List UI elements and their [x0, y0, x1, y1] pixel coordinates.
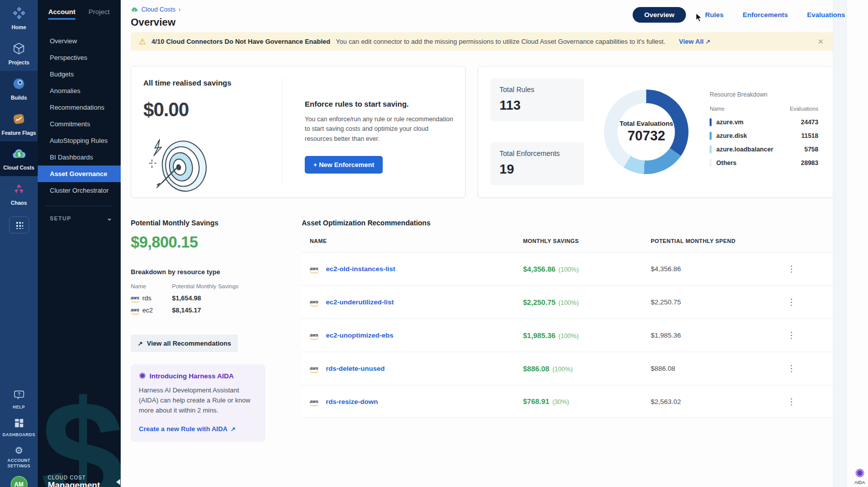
row-menu-button[interactable]: ⋮ [786, 330, 798, 341]
legend-row: azure.vm 24473 [710, 118, 818, 126]
svg-text:?: ? [18, 391, 20, 396]
tab-account[interactable]: Account [48, 8, 75, 20]
tab-overview[interactable]: Overview [633, 7, 686, 23]
recommendation-link[interactable]: rds-resize-down [326, 398, 378, 405]
row-menu-button[interactable]: ⋮ [786, 396, 798, 407]
module-picker-button[interactable] [9, 216, 29, 233]
sidebar-item-recommendations[interactable]: Recommendations [38, 99, 121, 116]
banner-description: You can edit connector to add the missin… [336, 38, 665, 45]
sidebar-item-perspectives[interactable]: Perspectives [38, 49, 121, 66]
governance-warning-banner: ⚠ 4/10 Cloud Connectors Do Not Have Gove… [131, 32, 834, 51]
legend-row: azure.disk 11518 [710, 132, 818, 140]
sidebar-item-bi-dashboards[interactable]: BI Dashboards [38, 149, 121, 166]
rail-module-cloud-costs[interactable]: $ Cloud Costs [0, 141, 38, 176]
total-rules-label: Total Rules [499, 86, 575, 94]
total-enforcements-value: 19 [499, 161, 575, 177]
dashboards-icon [14, 418, 24, 428]
rail-module-home[interactable]: Home [0, 0, 38, 36]
sidebar-item-autostopping-rules[interactable]: AutoStopping Rules [38, 132, 121, 149]
sidebar-item-budgets[interactable]: Budgets [38, 66, 121, 83]
setup-section-toggle[interactable]: SETUP ⌄ [38, 206, 121, 222]
create-rule-with-aida-link[interactable]: Create a new Rule with AIDA ↗ [139, 425, 236, 433]
aida-fab-button[interactable]: ✺ AIDA [854, 467, 865, 485]
chaos-icon [13, 183, 25, 195]
aws-icon: aws [310, 267, 318, 271]
tab-project[interactable]: Project [89, 8, 110, 20]
aida-promo-box: ✺ Introducing Harness AIDA Harness AI De… [131, 364, 266, 442]
realised-savings-card: All time realised savings $0.00 [131, 66, 466, 198]
aws-icon: aws [310, 300, 318, 304]
breakdown-header: Name Potential Monthly Savings [131, 283, 276, 289]
legend-row: azure.loadbalancer 5758 [710, 145, 818, 153]
legend-header: Name Evaluations [710, 106, 818, 112]
table-row: aws ec2-old-instances-list $4,356.86(100… [302, 252, 834, 285]
tab-enforcements[interactable]: Enforcements [743, 11, 788, 19]
external-link-icon: ↗ [706, 38, 711, 45]
sidebar-collapse-handle[interactable] [116, 479, 120, 485]
recommendations-panel: Asset Optimization Recommendations NAME … [302, 219, 834, 442]
aws-icon: aws [310, 399, 318, 404]
legend-chip [710, 145, 712, 153]
scrollbar-track[interactable] [833, 0, 847, 487]
sidebar-footer: CLOUD COST Management [48, 475, 100, 487]
rail-module-chaos[interactable]: Chaos [0, 176, 38, 211]
gear-icon: ⚙ [15, 445, 23, 456]
bottom-row: Potential Monthly Savings $9,800.15 Brea… [131, 219, 834, 442]
sidebar-item-asset-governance[interactable]: Asset Governance [38, 166, 121, 182]
sidebar-item-commitments[interactable]: Commitments [38, 116, 121, 132]
row-menu-button[interactable]: ⋮ [786, 264, 798, 274]
governance-tabs: Overview Rules Enforcements Evaluations [633, 7, 845, 23]
evaluations-donut-wrap: Total Evaluations 70732 [604, 90, 688, 174]
rail-module-feature-flags[interactable]: Feature Flags [0, 106, 38, 141]
rail-account-settings[interactable]: ⚙ ACCOUNT SETTINGS [0, 442, 38, 473]
row-menu-button[interactable]: ⋮ [786, 297, 798, 307]
new-enforcement-button[interactable]: + New Enforcement [305, 156, 383, 174]
evaluations-stats-card: Total Rules 113 Total Enforcements 19 To… [478, 66, 834, 198]
donut-center: Total Evaluations 70732 [604, 90, 688, 174]
module-rail: Home Projects Builds Feature Flags $ Clo… [0, 0, 38, 487]
aida-promo-body: Harness AI Development Assistant (AIDA) … [139, 385, 257, 416]
recommendation-link[interactable]: rds-delete-unused [326, 365, 385, 372]
stats-column: Total Rules 113 Total Enforcements 19 [490, 78, 584, 185]
realised-savings-left: All time realised savings $0.00 [131, 66, 282, 197]
recommendation-link[interactable]: ec2-unoptimized-ebs [326, 332, 393, 339]
potential-savings-panel: Potential Monthly Savings $9,800.15 Brea… [131, 219, 276, 442]
breakdown-row: awsrds $1,654.98 [131, 294, 276, 302]
rail-dashboards[interactable]: DASHBOARDS [0, 414, 38, 442]
rail-module-builds[interactable]: Builds [0, 71, 38, 106]
tab-evaluations[interactable]: Evaluations [807, 11, 845, 19]
rail-help[interactable]: ? HELP [0, 386, 38, 414]
rail-module-projects[interactable]: Projects [0, 36, 38, 71]
legend-chip [710, 118, 712, 126]
recommendations-title: Asset Optimization Recommendations [302, 219, 834, 227]
external-link-icon: ↗ [138, 341, 143, 347]
sidebar-item-cluster-orchestrator[interactable]: Cluster Orchestrator [38, 182, 121, 199]
aida-fab-label: AIDA [854, 480, 865, 485]
enforce-cta-body: You can enforce/run any rule or rule rec… [305, 115, 455, 144]
target-illustration [145, 134, 212, 193]
banner-close-button[interactable]: ✕ [815, 37, 826, 46]
row-menu-button[interactable]: ⋮ [786, 363, 798, 374]
view-all-recommendations-button[interactable]: ↗ View all Recommendations [131, 335, 238, 352]
breadcrumb-cloud-costs[interactable]: Cloud Costs [141, 6, 176, 13]
breadcrumb-separator: › [179, 6, 181, 13]
aida-promo-title: Introducing Harness AIDA [149, 372, 234, 380]
aws-icon: aws [310, 333, 318, 338]
help-chat-icon: ? [14, 390, 25, 400]
recommendation-link[interactable]: ec2-underutilized-list [326, 298, 394, 306]
projects-cube-icon [13, 42, 25, 55]
recommendation-link[interactable]: ec2-old-instances-list [326, 265, 395, 273]
resource-breakdown-legend: Resource Breakdown Name Evaluations azur… [710, 91, 818, 173]
resource-breakdown-title: Resource Breakdown [710, 91, 818, 98]
sidebar-item-anomalies[interactable]: Anomalies [38, 83, 121, 99]
enforce-cta: Enforce rules to start saving. You can e… [283, 66, 465, 197]
view-all-link[interactable]: View All ↗ [679, 38, 711, 45]
tab-rules[interactable]: Rules [705, 11, 724, 19]
aida-spark-icon: ✺ [854, 467, 865, 479]
user-avatar[interactable]: AM [11, 476, 28, 487]
dollar-watermark: $ [41, 378, 121, 487]
legend-chip [710, 159, 712, 167]
total-enforcements-label: Total Enforcements [499, 149, 575, 157]
sidebar-item-overview[interactable]: Overview [38, 33, 121, 49]
warning-icon: ⚠ [139, 38, 146, 46]
